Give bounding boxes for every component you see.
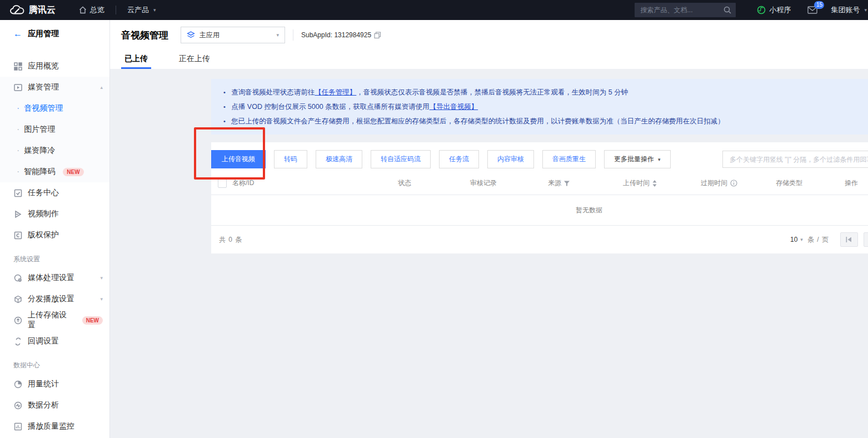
- sidebar-item-usage-statistics[interactable]: 用量统计: [0, 374, 109, 395]
- topbar-miniprogram[interactable]: 小程序: [749, 0, 799, 20]
- select-all-checkbox[interactable]: [218, 179, 227, 188]
- content-audit-button[interactable]: 内容审核: [487, 150, 534, 168]
- sidebar-item-data-analysis[interactable]: 数据分析: [0, 395, 109, 416]
- search-icon[interactable]: [724, 6, 731, 14]
- info-circle-icon[interactable]: [730, 180, 737, 187]
- chevron-down-icon[interactable]: ▾: [100, 296, 103, 302]
- column-source: 来源: [545, 178, 620, 188]
- sidebar-group-media-assets: 媒资管理 ▴ · 音视频管理 · 图片管理 · 媒资降冷 · 智能降码 NEW: [0, 77, 109, 182]
- layers-icon: [187, 31, 195, 39]
- topbar-divider: [116, 6, 116, 14]
- upload-video-button[interactable]: 上传音视频: [211, 150, 266, 168]
- page-title: 音视频管理: [121, 29, 168, 42]
- adaptive-bitrate-button[interactable]: 转自适应码流: [371, 150, 431, 168]
- sidebar-item-upload-storage-settings[interactable]: 上传存储设置 NEW: [0, 310, 109, 331]
- tab-uploaded[interactable]: 已上传: [121, 54, 151, 69]
- gear-icon: [13, 273, 22, 282]
- remaster-button[interactable]: 音画质重生: [542, 150, 596, 168]
- total-count: 共 0 条: [211, 235, 242, 245]
- app-selector-value: 主应用: [199, 31, 220, 40]
- export-video-link[interactable]: 【导出音视频】: [430, 103, 478, 111]
- page-header: 音视频管理 主应用 ▾ SubAppId: 1312984925: [110, 20, 868, 50]
- tab-uploading[interactable]: 正在上传: [176, 54, 213, 69]
- sort-arrows-icon[interactable]: [652, 180, 657, 187]
- sidebar-item-image-management[interactable]: · 图片管理: [0, 119, 109, 140]
- sidebar-item-distribution-playback-settings[interactable]: 分发播放设置 ▾: [0, 288, 109, 310]
- sidebar-item-media-processing-settings[interactable]: 媒体处理设置 ▾: [0, 267, 109, 288]
- bullet-icon: ·: [17, 104, 19, 113]
- tencent-cloud-logo[interactable]: 腾讯云: [0, 4, 71, 16]
- topbar-account-menu[interactable]: 集团账号 ▾: [823, 0, 868, 20]
- sidebar-item-label: 回调设置: [28, 336, 59, 346]
- sidebar-item-video-production[interactable]: 视频制作: [0, 203, 109, 225]
- grid-icon: [13, 62, 22, 71]
- sidebar-item-label: 智能降码: [24, 167, 55, 177]
- chevron-down-icon: ▾: [658, 157, 661, 162]
- header-divider: [293, 29, 293, 41]
- sidebar-back-app-management[interactable]: ← 应用管理: [0, 20, 109, 48]
- chevron-down-icon: ▾: [153, 7, 156, 13]
- new-badge: NEW: [63, 168, 83, 176]
- sidebar-section-system-settings: 系统设置: [0, 246, 109, 267]
- media-list-card: 上传音视频 转码 极速高清 转自适应码流 任务流 内容审核 音画质重生 更多批量…: [211, 142, 868, 253]
- first-page-button[interactable]: [840, 232, 858, 247]
- task-management-link[interactable]: 【任务管理】: [315, 88, 356, 96]
- copyright-icon: [13, 231, 22, 240]
- cloud-logo-icon: [10, 5, 24, 15]
- column-expire-time: 过期时间: [697, 178, 772, 188]
- top-speed-codec-button[interactable]: 极速高清: [316, 150, 362, 168]
- chevron-down-icon[interactable]: ▾: [100, 275, 103, 281]
- sidebar-item-app-overview[interactable]: 应用概览: [0, 56, 109, 77]
- table-header-row: 名称/ID 状态 审核记录 来源 上传时间 过期时间: [211, 172, 868, 195]
- copy-icon[interactable]: [374, 32, 381, 39]
- notice-line: 点播 VOD 控制台仅展示 5000 条数据，获取点播所有媒资请使用【导出音视频…: [223, 99, 868, 114]
- sidebar-item-copyright-protection[interactable]: 版权保护: [0, 225, 109, 246]
- topbar-right: 小程序 15 集团账号 ▾: [635, 0, 868, 20]
- sidebar-item-label: 版权保护: [28, 230, 59, 240]
- tab-bar: 已上传 正在上传: [110, 50, 868, 69]
- sidebar-section-data-center: 数据中心: [0, 352, 109, 374]
- more-batch-actions-button[interactable]: 更多批量操作 ▾: [604, 150, 671, 168]
- sidebar-item-smart-bitrate[interactable]: · 智能降码 NEW: [0, 161, 109, 182]
- bar-chart-icon: [13, 422, 22, 431]
- sidebar-item-label: 任务中心: [28, 188, 59, 198]
- play-triangle-icon: [13, 210, 22, 218]
- column-status: 状态: [395, 178, 467, 188]
- sidebar-item-callback-settings[interactable]: 回调设置: [0, 331, 109, 352]
- sidebar-item-media-management[interactable]: 媒资管理 ▴: [0, 77, 109, 98]
- sidebar-item-label: 视频制作: [28, 209, 59, 219]
- transcode-button[interactable]: 转码: [274, 150, 307, 168]
- prev-page-button[interactable]: [864, 232, 868, 247]
- filter-funnel-icon[interactable]: [564, 181, 570, 186]
- page-size-select[interactable]: 10 ▾: [790, 236, 803, 243]
- sidebar-item-label: 应用概览: [28, 61, 59, 71]
- pagination-bar: 共 0 条 10 ▾ 条 / 页: [211, 226, 868, 253]
- sidebar-item-label: 播放质量监控: [28, 421, 74, 431]
- sidebar-item-label: 媒资管理: [28, 82, 59, 92]
- topbar-overview[interactable]: 总览: [71, 0, 112, 20]
- sidebar-item-label: 上传存储设置: [28, 310, 73, 330]
- topbar: 腾讯云 总览 云产品 ▾ 小程序: [0, 0, 868, 20]
- subappid-value: SubAppId: 1312984925: [301, 31, 371, 39]
- sidebar-item-audio-video-management[interactable]: · 音视频管理: [0, 98, 109, 119]
- overview-label: 总览: [90, 5, 104, 15]
- topbar-search-input[interactable]: [635, 3, 736, 17]
- topbar-products-menu[interactable]: 云产品 ▾: [119, 0, 164, 20]
- sidebar-item-playback-quality-monitor[interactable]: 播放质量监控: [0, 416, 109, 437]
- main-area: 音视频管理 主应用 ▾ SubAppId: 1312984925 已上传 正在上…: [110, 20, 868, 438]
- notice-line: 您已上传的音视频文件会产生存储费用，根据您配置相应的存储类型后，各存储类型的统计…: [223, 114, 868, 128]
- miniprogram-label: 小程序: [769, 5, 791, 15]
- sidebar-item-media-cooling[interactable]: · 媒资降冷: [0, 140, 109, 161]
- keyword-filter-input[interactable]: [722, 151, 868, 168]
- topbar-mail[interactable]: 15: [807, 6, 817, 14]
- app-selector-dropdown[interactable]: 主应用 ▾: [181, 27, 285, 43]
- per-page-label: 条 / 页: [807, 235, 829, 245]
- task-flow-button[interactable]: 任务流: [439, 150, 479, 168]
- mail-count-badge: 15: [814, 1, 824, 9]
- chevron-down-icon: ▾: [276, 32, 279, 38]
- chevron-up-icon[interactable]: ▴: [100, 84, 103, 90]
- logo-text: 腾讯云: [29, 4, 56, 16]
- sidebar-item-task-center[interactable]: 任务中心: [0, 182, 109, 203]
- media-play-square-icon: [13, 83, 22, 92]
- back-label: 应用管理: [28, 29, 59, 39]
